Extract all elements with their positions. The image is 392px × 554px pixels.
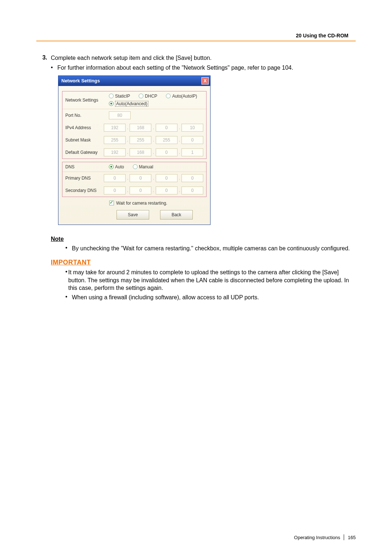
note-heading: Note <box>51 236 356 242</box>
primary-dns-label: Primary DNS <box>65 176 104 181</box>
back-button[interactable]: Back <box>160 210 193 219</box>
step-number: 3. <box>36 54 51 62</box>
primary-dns-3[interactable] <box>156 174 177 182</box>
port-label: Port No. <box>65 113 109 118</box>
radio-static-ip[interactable]: StaticIP <box>109 94 130 99</box>
wait-checkbox[interactable] <box>109 201 114 205</box>
subnet-label: Subnet Mask <box>65 138 104 143</box>
radio-dns-auto-label: Auto <box>115 164 124 169</box>
radio-dhcp[interactable]: DHCP <box>139 94 157 99</box>
port-input[interactable] <box>109 111 131 119</box>
dns-label: DNS <box>65 164 109 169</box>
radio-dhcp-label: DHCP <box>145 94 157 99</box>
primary-dns-2[interactable] <box>130 174 151 182</box>
radio-auto-advanced-label: Auto(Advanced) <box>115 101 148 107</box>
ipv4-octet-1[interactable] <box>104 124 126 132</box>
save-button[interactable]: Save <box>117 210 149 219</box>
gateway-label: Default Gateway <box>65 150 104 155</box>
secondary-dns-3[interactable] <box>156 186 177 194</box>
ipv4-label: IPv4 Address <box>65 125 104 130</box>
header-section: 20 Using the CD-ROM <box>296 33 348 38</box>
dialog-title: Network Settings <box>61 78 100 83</box>
radio-dns-manual[interactable]: Manual <box>133 164 153 169</box>
network-settings-label: Network Settings <box>65 98 109 103</box>
bullet-icon: • <box>51 64 57 72</box>
gateway-octet-4[interactable] <box>181 148 203 156</box>
bullet-icon: • <box>65 294 72 301</box>
wait-label: Wait for camera restarting. <box>116 201 167 206</box>
ipv4-octet-3[interactable] <box>156 124 177 132</box>
important-heading: IMPORTANT <box>51 259 356 266</box>
radio-auto-ip[interactable]: Auto(AutoIP) <box>166 94 197 99</box>
subnet-octet-2[interactable] <box>130 136 151 144</box>
footer-divider <box>344 534 344 540</box>
radio-static-ip-label: StaticIP <box>115 94 130 99</box>
ipv4-octet-2[interactable] <box>130 124 151 132</box>
radio-auto-advanced[interactable]: Auto(Advanced) <box>109 101 148 107</box>
primary-dns-4[interactable] <box>181 174 203 182</box>
note-item-1: By unchecking the "Wait for camera resta… <box>72 245 350 253</box>
gateway-octet-1[interactable] <box>104 148 126 156</box>
dialog-titlebar: Network Settings X <box>58 76 210 86</box>
radio-dns-auto[interactable]: Auto <box>109 164 124 169</box>
important-item-1: It may take for around 2 minutes to comp… <box>68 268 356 292</box>
header-rule <box>36 41 356 41</box>
radio-auto-ip-label: Auto(AutoIP) <box>172 94 197 99</box>
secondary-dns-4[interactable] <box>181 186 203 194</box>
gateway-octet-3[interactable] <box>156 148 177 156</box>
secondary-dns-1[interactable] <box>104 186 126 194</box>
primary-dns-1[interactable] <box>104 174 126 182</box>
subnet-octet-3[interactable] <box>156 136 177 144</box>
step-sub-text: For further information about each setti… <box>57 64 293 72</box>
subnet-octet-4[interactable] <box>181 136 203 144</box>
secondary-dns-label: Secondary DNS <box>65 188 104 193</box>
bullet-icon: • <box>65 245 72 253</box>
bullet-icon: • <box>65 268 68 292</box>
footer-label: Operating Instructions <box>294 535 340 540</box>
radio-dns-manual-label: Manual <box>139 164 153 169</box>
subnet-octet-1[interactable] <box>104 136 126 144</box>
step-text: Complete each network setup item and cli… <box>51 54 212 62</box>
important-item-2: When using a firewall (including softwar… <box>72 294 259 301</box>
close-icon[interactable]: X <box>201 77 209 85</box>
footer-page: 165 <box>348 535 356 540</box>
secondary-dns-2[interactable] <box>130 186 151 194</box>
network-settings-dialog: Network Settings X Network Settings Stat… <box>58 75 211 225</box>
gateway-octet-2[interactable] <box>130 148 151 156</box>
ipv4-octet-4[interactable] <box>181 124 203 132</box>
